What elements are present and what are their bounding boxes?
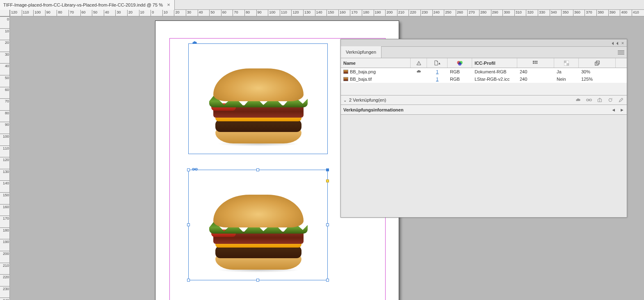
ruler-tick: 300 [502,10,510,16]
ruler-horizontal[interactable]: 1201101009080706050403020100102030405060… [10,10,644,16]
ruler-tick: 110 [280,10,287,16]
link-page-number[interactable]: 1 [436,69,438,74]
close-tab-icon[interactable]: × [166,2,171,7]
link-info-header[interactable]: Verknüpfungsinformationen ◄ ► [341,105,627,115]
ruler-tick: 90 [45,10,50,16]
ruler-origin[interactable] [0,10,10,16]
svg-rect-9 [534,62,536,64]
info-prev-icon[interactable]: ◄ [611,107,616,112]
svg-rect-7 [536,61,537,62]
column-status[interactable] [411,58,427,68]
ppi-grid-icon [533,61,539,66]
selection-handle-tl[interactable] [187,168,190,171]
ruler-tick: 110 [0,145,10,150]
info-next-icon[interactable]: ► [620,107,624,112]
svg-rect-14 [564,63,566,66]
ruler-tick: 30 [115,10,121,16]
ruler-tick: 50 [209,10,215,16]
collapse-panel-icon[interactable]: ⏴⏴ [613,41,618,45]
ruler-tick: 30 [0,52,10,57]
reference-point[interactable] [326,180,329,182]
document-tab-title: TIFF-Image-placed-from-CC-Library-vs-Pla… [3,2,163,7]
selection-handle-mr[interactable] [326,223,329,226]
ruler-tick: 120 [291,10,299,16]
image-frame-2-selected[interactable] [188,170,328,280]
relink-icon[interactable] [586,97,592,103]
selection-handle-bl[interactable] [187,279,190,282]
cloud-icon [192,41,198,45]
ruler-tick: 20 [0,40,10,45]
ruler-tick: 350 [561,10,569,16]
ruler-tick: 40 [0,63,10,68]
ruler-tick: 170 [0,216,10,220]
document-tab[interactable]: TIFF-Image-placed-from-CC-Library-vs-Pla… [0,0,175,10]
svg-rect-12 [566,63,569,66]
link-filename: BB_baja.png [350,69,376,74]
ruler-tick: 10 [162,10,168,16]
column-scale[interactable] [579,58,616,68]
ruler-tick: 340 [550,10,557,16]
document-tab-bar: TIFF-Image-placed-from-CC-Library-vs-Pla… [0,0,644,10]
ruler-tick: 180 [0,227,10,232]
ruler-tick: 100 [33,10,41,16]
ruler-tick: 150 [0,192,10,197]
ruler-tick: 170 [350,10,357,16]
link-ppi: 240 [520,69,527,74]
selection-handle-ml[interactable] [187,223,190,226]
edit-original-icon[interactable] [618,97,624,103]
ruler-tick: 230 [0,286,10,291]
close-panel-icon[interactable]: × [620,41,625,45]
svg-rect-10 [536,62,537,64]
placed-image-burger-1 [205,68,312,146]
panel-spacer [341,83,627,95]
selection-handle-tm[interactable] [256,168,259,171]
ruler-tick: 130 [0,169,10,174]
ruler-tick: 120 [10,10,17,16]
link-row[interactable]: BB_baja.tif1RGBLStar-RGB-v2.icc240Nein12… [341,75,627,83]
ruler-tick: 240 [432,10,440,16]
panel-menu-icon[interactable] [618,49,624,56]
column-icc-profile[interactable]: ICC-Profil [472,58,517,68]
ruler-tick: 20 [127,10,132,16]
ruler-tick: 310 [514,10,522,16]
link-icc-profile: Dokument-RGB [475,69,507,74]
colorspace-icon [457,61,463,66]
selection-handle-bm[interactable] [256,279,259,282]
link-page-number[interactable]: 1 [436,77,438,82]
ruler-tick: 10 [139,10,144,16]
update-link-icon[interactable] [607,97,614,103]
ruler-tick: 60 [221,10,226,16]
goto-link-icon[interactable] [596,97,603,103]
column-effective-ppi[interactable] [517,58,554,68]
ruler-tick: 70 [233,10,238,16]
svg-rect-13 [566,61,569,63]
column-colorspace[interactable] [448,58,472,68]
image-frame-1[interactable] [188,43,328,154]
cloud-icon [416,70,422,74]
cc-library-icon[interactable] [575,97,582,103]
tab-links[interactable]: Verknüpfungen [341,46,381,58]
column-transparency[interactable] [554,58,579,68]
ruler-tick: 210 [0,263,10,268]
ruler-tick: 190 [374,10,381,16]
panel-titlebar[interactable]: ⏴⏴ × [341,39,627,47]
ruler-tick: 410 [632,10,639,16]
column-name[interactable]: Name [341,58,411,68]
link-icon [192,167,198,171]
ruler-tick: 50 [92,10,97,16]
chevron-down-icon[interactable]: ⌄ [343,98,347,102]
link-scale: 125% [581,77,593,82]
links-list: BB_baja.png1RGBDokument-RGB240Ja30%BB_ba… [341,68,627,83]
svg-rect-5 [533,61,534,62]
column-page[interactable]: ▴ [427,58,448,68]
ruler-tick: 150 [327,10,334,16]
links-panel: ⏴⏴ × Verknüpfungen Name ▴ ICC-Profil BB_… [340,39,627,218]
ruler-vertical[interactable]: 0102030405060708090100110120130140150160… [0,16,10,300]
ruler-tick: 210 [397,10,404,16]
selection-handle-tr[interactable] [326,168,329,171]
ruler-tick: 140 [315,10,322,16]
ruler-tick: 250 [444,10,451,16]
selection-handle-br[interactable] [326,279,329,282]
ruler-tick: 100 [0,134,10,139]
link-row[interactable]: BB_baja.png1RGBDokument-RGB240Ja30% [341,68,627,75]
